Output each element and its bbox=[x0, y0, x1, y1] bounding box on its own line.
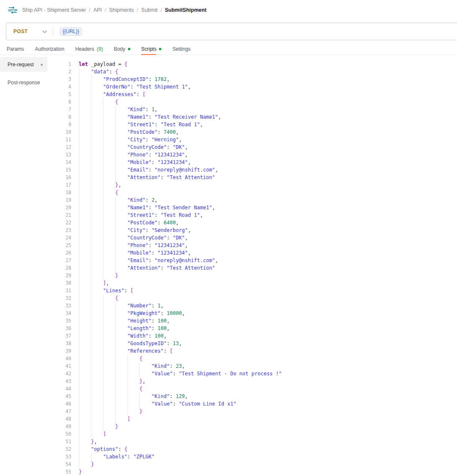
indent-guide bbox=[91, 377, 103, 385]
code-line[interactable]: 16"Attention": "Test Attention" bbox=[61, 174, 457, 181]
code-line[interactable]: 14"Mobile": "12341234", bbox=[61, 159, 457, 166]
indent-guide bbox=[115, 347, 127, 355]
method-selector[interactable]: POST bbox=[6, 29, 53, 34]
line-number: 34 bbox=[61, 310, 71, 317]
indent-guide bbox=[115, 264, 127, 272]
code-line[interactable]: 32{ bbox=[61, 294, 457, 302]
code-line[interactable]: 55} bbox=[61, 468, 457, 476]
code-text: "Attention": "Test Attention" bbox=[79, 174, 215, 181]
code-line[interactable]: 39"References": [ bbox=[61, 347, 457, 355]
code-line[interactable]: 6{ bbox=[61, 98, 457, 106]
indent-guide bbox=[91, 332, 103, 340]
line-number: 48 bbox=[61, 415, 71, 423]
code-line[interactable]: 5"Addresses": [ bbox=[61, 91, 457, 98]
indent-guide bbox=[103, 189, 115, 196]
tab-params[interactable]: Params bbox=[7, 44, 24, 55]
indent-guide bbox=[91, 151, 103, 159]
code-line[interactable]: 54} bbox=[61, 460, 457, 468]
code-line[interactable]: 41"Kind": 23, bbox=[61, 362, 457, 370]
code-line[interactable]: 50] bbox=[61, 430, 457, 438]
code-line[interactable]: 1let _payload = { bbox=[61, 60, 457, 68]
code-line[interactable]: 46"Value": "Custom Line Id x1" bbox=[61, 400, 457, 408]
code-line[interactable]: 47} bbox=[61, 408, 457, 415]
code-line[interactable]: 15"Email": "noreply@nshift.com", bbox=[61, 166, 457, 174]
code-line[interactable]: 43}, bbox=[61, 377, 457, 385]
code-line[interactable]: 30], bbox=[61, 279, 457, 287]
code-line[interactable]: 51}, bbox=[61, 438, 457, 445]
code-line[interactable]: 29} bbox=[61, 272, 457, 279]
code-line[interactable]: 3"ProdConceptID": 1782, bbox=[61, 75, 457, 83]
code-text: "Labels": "ZPLGK" bbox=[79, 453, 155, 460]
code-line[interactable]: 31"Lines": [ bbox=[61, 287, 457, 294]
indent-guide bbox=[103, 159, 115, 166]
code-editor[interactable]: 1let _payload = {2"data": {3"ProdConcept… bbox=[61, 55, 457, 476]
code-line[interactable]: 25"Phone": "12341234", bbox=[61, 242, 457, 249]
code-line[interactable]: 4"OrderNo": "Test Shipment 1", bbox=[61, 83, 457, 91]
indent-guide bbox=[91, 264, 103, 272]
code-line[interactable]: 13"Phone": "12341234", bbox=[61, 151, 457, 159]
code-line[interactable]: 26"Mobile": "12341234", bbox=[61, 249, 457, 257]
code-line[interactable]: 24"CountryCode": "DK", bbox=[61, 234, 457, 242]
code-line[interactable]: 20"Name1": "Test Sender Name1", bbox=[61, 204, 457, 211]
indent-guide bbox=[103, 136, 115, 143]
code-line[interactable]: 34"PkgWeight": 10000, bbox=[61, 310, 457, 317]
indent-guide bbox=[103, 204, 115, 211]
sidebar-item-pre-request[interactable]: Pre-request bbox=[0, 57, 47, 72]
code-line[interactable]: 37"Width": 100, bbox=[61, 332, 457, 340]
code-line[interactable]: 19"Kind": 2, bbox=[61, 196, 457, 204]
code-line[interactable]: 18{ bbox=[61, 189, 457, 196]
tab-settings[interactable]: Settings bbox=[172, 44, 190, 55]
code-line[interactable]: 48] bbox=[61, 415, 457, 423]
sidebar-item-post-response[interactable]: Post-response bbox=[0, 75, 61, 90]
code-line[interactable]: 42"Value": "Test Shipment - Do not proce… bbox=[61, 370, 457, 377]
indent-guide bbox=[91, 257, 103, 264]
code-line[interactable]: 2"data": { bbox=[61, 68, 457, 75]
code-line[interactable]: 49} bbox=[61, 423, 457, 430]
code-line[interactable]: 21"Street1": "Test Road 1", bbox=[61, 211, 457, 219]
code-text: } bbox=[79, 460, 94, 468]
code-line[interactable]: 44{ bbox=[61, 385, 457, 393]
code-text: "Width": 100, bbox=[79, 332, 167, 340]
code-line[interactable]: 8"Name1": "Test Receiver Name1", bbox=[61, 113, 457, 121]
code-line[interactable]: 33"Number": 1, bbox=[61, 302, 457, 310]
code-line[interactable]: 27"Email": "noreply@nshift.com", bbox=[61, 257, 457, 264]
breadcrumb-folder-submit[interactable]: Submit bbox=[141, 7, 158, 13]
code-line[interactable]: 9"Street1": "Test Road 1", bbox=[61, 121, 457, 128]
breadcrumb-collection[interactable]: Ship API - Shipment Server bbox=[22, 7, 86, 13]
tab-scripts[interactable]: Scripts bbox=[141, 44, 162, 55]
indent-guide bbox=[91, 75, 103, 83]
scripts-sidebar: Pre-request Post-response bbox=[0, 55, 61, 476]
indent-guide bbox=[91, 143, 103, 151]
indent-guide bbox=[91, 430, 103, 438]
code-line[interactable]: 7"Kind": 1, bbox=[61, 106, 457, 113]
code-line[interactable]: 22"PostCode": 6400, bbox=[61, 219, 457, 226]
url-input[interactable]: {{URL}} bbox=[53, 23, 457, 40]
tab-authorization[interactable]: Authorization bbox=[35, 44, 64, 55]
indent-guide bbox=[115, 174, 127, 181]
code-line[interactable]: 11"City": "Herning", bbox=[61, 136, 457, 143]
line-number: 20 bbox=[61, 204, 71, 211]
tab-body[interactable]: Body bbox=[114, 44, 130, 55]
code-line[interactable]: 23"City": "Sønderborg", bbox=[61, 226, 457, 234]
indent-guide bbox=[79, 287, 91, 294]
breadcrumb-folder-api[interactable]: API bbox=[93, 7, 102, 13]
code-line[interactable]: 45"Kind": 129, bbox=[61, 393, 457, 400]
code-line[interactable]: 38"GoodsTypeID": 13, bbox=[61, 340, 457, 347]
code-line[interactable]: 28"Attention": "Test Attention" bbox=[61, 264, 457, 272]
url-variable-chip[interactable]: {{URL}} bbox=[60, 28, 82, 36]
breadcrumb-folder-shipments[interactable]: Shipments bbox=[109, 7, 134, 13]
code-line[interactable]: 52"options": { bbox=[61, 445, 457, 453]
indent-guide bbox=[79, 121, 91, 128]
code-line[interactable]: 12"CountryCode": "DK", bbox=[61, 143, 457, 151]
code-line[interactable]: 10"PostCode": 7400, bbox=[61, 128, 457, 136]
indent-guide bbox=[79, 68, 91, 75]
indent-guide bbox=[91, 370, 103, 377]
tab-headers[interactable]: Headers (9) bbox=[75, 44, 103, 55]
code-line[interactable]: 53"Labels": "ZPLGK" bbox=[61, 453, 457, 460]
code-line[interactable]: 36"Length": 100, bbox=[61, 325, 457, 332]
indent-guide bbox=[115, 249, 127, 257]
code-line[interactable]: 17}, bbox=[61, 181, 457, 189]
code-line[interactable]: 35"Height": 100, bbox=[61, 317, 457, 325]
code-line[interactable]: 40{ bbox=[61, 355, 457, 362]
line-number: 9 bbox=[61, 121, 71, 128]
